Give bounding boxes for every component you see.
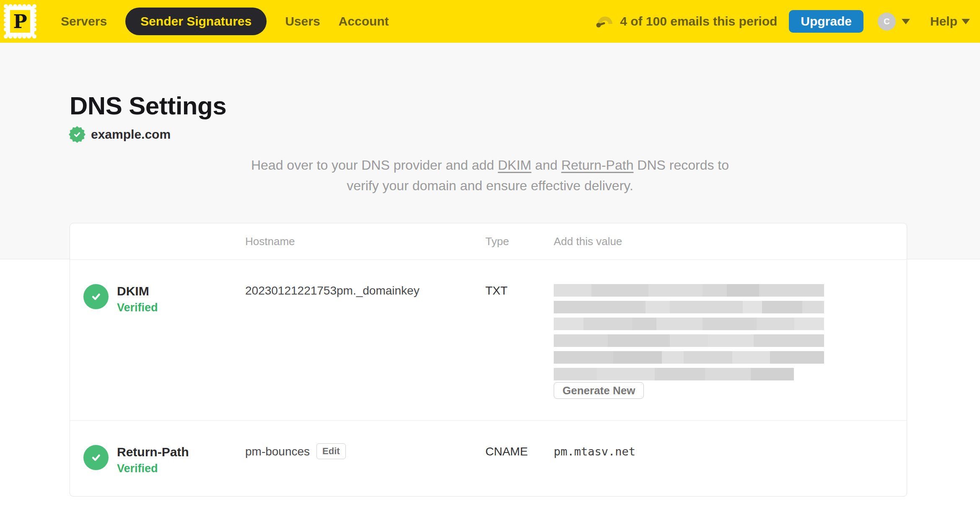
intro-line2: verify your domain and ensure effective …: [0, 176, 980, 196]
top-navbar: P Servers Sender Signatures Users Accoun…: [0, 0, 980, 43]
domain-row: example.com: [69, 126, 171, 143]
dkim-value-redacted: Generate New: [554, 284, 907, 420]
nav-item-sender-signatures[interactable]: Sender Signatures: [125, 8, 267, 35]
intro-text: Head over to your DNS provider and add D…: [0, 155, 980, 196]
redacted-value-line: [554, 351, 824, 364]
avatar[interactable]: C: [878, 13, 896, 31]
column-header-hostname: Hostname: [245, 235, 485, 248]
record-hostname: pm-bounces: [245, 445, 310, 458]
return-path-link[interactable]: Return-Path: [561, 158, 634, 173]
nav-menu: Servers Sender Signatures Users Account: [61, 8, 389, 35]
page-title: DNS Settings: [70, 91, 226, 120]
record-type: CNAME: [485, 445, 554, 496]
record-name: Return-Path: [117, 445, 245, 459]
nav-right-section: 4 of 100 emails this period Upgrade C He…: [596, 10, 970, 33]
upgrade-button[interactable]: Upgrade: [789, 10, 863, 33]
chevron-down-icon: [902, 19, 910, 24]
dns-records-card: Hostname Type Add this value DKIM Verifi…: [70, 223, 907, 496]
stamp-icon: P: [3, 4, 37, 39]
dkim-link[interactable]: DKIM: [498, 158, 531, 173]
help-label: Help: [930, 14, 957, 28]
intro-between: and: [531, 158, 561, 173]
intro-line1-pre: Head over to your DNS provider and add: [251, 158, 498, 173]
verified-seal-icon: [69, 126, 86, 143]
redacted-value-line: [554, 318, 824, 330]
verified-check-icon: [83, 284, 109, 309]
record-status-badge: Verified: [117, 301, 245, 314]
nav-item-account[interactable]: Account: [339, 14, 389, 28]
generate-new-button[interactable]: Generate New: [554, 382, 644, 399]
chevron-down-icon: [962, 19, 970, 24]
record-status-badge: Verified: [117, 462, 245, 475]
usage-counter: 4 of 100 emails this period: [620, 14, 777, 28]
verified-check-icon: [83, 445, 109, 470]
redacted-value-line: [554, 334, 824, 347]
intro-line1-post: DNS records to: [633, 158, 729, 173]
record-hostname: 20230121221753pm._domainkey: [245, 284, 485, 420]
redacted-value-line: [554, 301, 824, 313]
redacted-value-line: [554, 284, 824, 297]
account-menu[interactable]: C: [878, 13, 910, 31]
redacted-value-line: [554, 368, 794, 380]
help-menu[interactable]: Help: [930, 14, 970, 28]
record-value: pm.mtasv.net: [554, 445, 907, 496]
record-type: TXT: [485, 284, 554, 420]
logo-letter: P: [13, 11, 27, 32]
nav-item-users[interactable]: Users: [285, 14, 320, 28]
table-header-row: Hostname Type Add this value: [70, 223, 907, 260]
column-header-value: Add this value: [554, 235, 907, 248]
table-row-return-path: Return-Path Verified pm-bounces Edit CNA…: [70, 420, 907, 496]
postmark-logo[interactable]: P: [3, 4, 37, 39]
nav-item-servers[interactable]: Servers: [61, 14, 107, 28]
edit-hostname-button[interactable]: Edit: [316, 443, 346, 459]
table-row-dkim: DKIM Verified 20230121221753pm._domainke…: [70, 260, 907, 420]
column-header-type: Type: [485, 235, 554, 248]
domain-name: example.com: [91, 127, 171, 142]
record-name: DKIM: [117, 284, 245, 298]
usage-gauge-icon: [596, 13, 614, 30]
